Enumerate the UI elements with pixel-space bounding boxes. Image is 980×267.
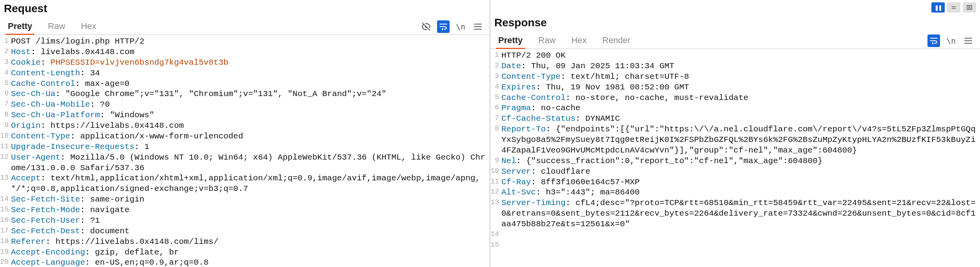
- code-line[interactable]: User-Agent: Mozilla/5.0 (Windows NT 10.0…: [11, 153, 490, 174]
- line-number: 20: [0, 258, 11, 267]
- line-number: 8: [0, 110, 11, 121]
- code-line[interactable]: Content-Length: 34: [11, 68, 490, 79]
- code-line[interactable]: Content-Type: application/x-www-form-url…: [11, 131, 490, 142]
- line-number: 11: [490, 177, 501, 188]
- code-line[interactable]: Report-To: {"endpoints":[{"url":"https:\…: [501, 124, 980, 156]
- code-line[interactable]: [501, 230, 980, 240]
- line-number: 6: [490, 103, 501, 114]
- code-line[interactable]: Sec-Fetch-User: ?1: [11, 216, 490, 226]
- tab-raw[interactable]: Raw: [536, 33, 558, 49]
- pause-button[interactable]: ❚❚: [931, 2, 945, 13]
- line-number: 3: [0, 58, 11, 68]
- code-line[interactable]: POST /lims/login.php HTTP/2: [11, 36, 490, 47]
- response-tab-row: PrettyRawHexRender \n: [490, 33, 980, 49]
- line-number: 13: [490, 198, 501, 230]
- columns-button[interactable]: [963, 2, 976, 13]
- code-line[interactable]: Accept-Language: en-US,en;q=0.9,ar;q=0.8: [11, 258, 490, 267]
- line-number: 18: [0, 237, 11, 247]
- code-line[interactable]: Sec-Fetch-Site: same-origin: [11, 194, 490, 205]
- response-title: Response: [490, 14, 980, 33]
- tab-pretty[interactable]: Pretty: [5, 19, 34, 35]
- line-number: 9: [490, 156, 501, 167]
- line-number: 17: [0, 226, 11, 237]
- code-line[interactable]: Cf-Cache-Status: DYNAMIC: [501, 114, 980, 124]
- line-number: 4: [490, 82, 501, 93]
- svg-rect-0: [967, 5, 969, 10]
- line-number: 1: [0, 36, 11, 47]
- wrap-icon[interactable]: [927, 35, 940, 47]
- newline-icon[interactable]: \n: [454, 20, 467, 33]
- request-tab-row: PrettyRawHex \n: [0, 19, 490, 35]
- code-line[interactable]: Accept: text/html,application/xhtml+xml,…: [11, 173, 490, 194]
- tab-hex[interactable]: Hex: [569, 33, 589, 49]
- request-panel: Request PrettyRawHex \n 1POST /lims/logi…: [0, 0, 490, 267]
- line-number: 3: [490, 72, 501, 82]
- line-number: 9: [0, 121, 11, 131]
- line-number: 15: [0, 205, 11, 216]
- code-line[interactable]: Sec-Ch-Ua-Mobile: ?0: [11, 100, 490, 110]
- newline-icon[interactable]: \n: [945, 35, 957, 47]
- line-number: 19: [0, 247, 11, 258]
- request-title: Request: [0, 0, 490, 19]
- code-line[interactable]: Sec-Fetch-Mode: navigate: [11, 205, 490, 216]
- request-row-icons: \n: [418, 20, 486, 34]
- tab-hex[interactable]: Hex: [78, 19, 98, 35]
- line-number: 14: [0, 194, 11, 205]
- line-number: 15: [490, 240, 501, 251]
- code-line[interactable]: HTTP/2 200 OK: [501, 51, 980, 61]
- line-number: 8: [490, 124, 501, 156]
- wrap-icon[interactable]: [437, 20, 450, 33]
- line-number: 5: [490, 93, 501, 104]
- code-line[interactable]: Cookie: PHPSESSID=vlvjven6bsndg7kg4val5v…: [11, 58, 490, 68]
- line-number: 12: [0, 153, 11, 174]
- code-line[interactable]: Cache-Control: no-store, no-cache, must-…: [501, 93, 980, 104]
- response-tabs: PrettyRawHexRender: [490, 33, 633, 49]
- line-number: 6: [0, 89, 11, 100]
- response-panel: ❚❚ Response PrettyRawHexRender \n 1HTTP/…: [490, 0, 980, 267]
- line-number: 10: [490, 167, 501, 177]
- line-number: 4: [0, 68, 11, 79]
- svg-rect-1: [970, 5, 972, 10]
- code-line[interactable]: Cf-Ray: 8ff3f1060e164c57-MXP: [501, 177, 980, 188]
- code-line[interactable]: Referer: https://livelabs.0x4148.com/lim…: [11, 237, 490, 247]
- code-line[interactable]: Nel: {"success_fraction":0,"report_to":"…: [501, 156, 980, 167]
- code-line[interactable]: Sec-Ch-Ua: "Google Chrome";v="131", "Chr…: [11, 89, 490, 100]
- line-number: 2: [0, 47, 11, 58]
- tab-pretty[interactable]: Pretty: [496, 33, 525, 49]
- code-line[interactable]: Origin: https://livelabs.0x4148.com: [11, 121, 490, 131]
- request-tabs: PrettyRawHex: [0, 19, 99, 35]
- code-line[interactable]: Upgrade-Insecure-Requests: 1: [11, 142, 490, 153]
- line-number: 14: [490, 230, 501, 240]
- code-line[interactable]: Server: cloudflare: [501, 167, 980, 177]
- tab-render[interactable]: Render: [600, 33, 633, 49]
- code-line[interactable]: Date: Thu, 09 Jan 2025 11:03:34 GMT: [501, 61, 980, 72]
- response-editor[interactable]: 1HTTP/2 200 OK2Date: Thu, 09 Jan 2025 11…: [490, 49, 980, 267]
- line-number: 1: [490, 51, 501, 61]
- tab-raw[interactable]: Raw: [45, 19, 67, 35]
- menu-icon[interactable]: [962, 35, 975, 47]
- top-toolbar: ❚❚: [490, 0, 980, 14]
- code-line[interactable]: Alt-Svc: h3=":443"; ma=86400: [501, 187, 980, 198]
- code-line[interactable]: Server-Timing: cfL4;desc="?proto=TCP&rtt…: [501, 198, 980, 230]
- line-number: 7: [0, 100, 11, 110]
- line-number: 12: [490, 187, 501, 198]
- code-line[interactable]: Pragma: no-cache: [501, 103, 980, 114]
- line-number: 7: [490, 114, 501, 124]
- code-line[interactable]: Sec-Fetch-Dest: document: [11, 226, 490, 237]
- code-line[interactable]: Cache-Control: max-age=0: [11, 79, 490, 89]
- hide-icon[interactable]: [420, 20, 432, 33]
- code-line[interactable]: Sec-Ch-Ua-Platform: "Windows": [11, 110, 490, 121]
- code-line[interactable]: Expires: Thu, 19 Nov 1981 08:52:00 GMT: [501, 82, 980, 93]
- response-row-icons: \n: [926, 34, 976, 48]
- line-number: 13: [0, 173, 11, 194]
- code-line[interactable]: [501, 240, 980, 251]
- line-number: 5: [0, 79, 11, 89]
- code-line[interactable]: Content-Type: text/html; charset=UTF-8: [501, 72, 980, 82]
- request-editor[interactable]: 1POST /lims/login.php HTTP/22Host: livel…: [0, 35, 490, 267]
- code-line[interactable]: Host: livelabs.0x4148.com: [11, 47, 490, 58]
- menu-icon[interactable]: [472, 20, 484, 33]
- line-number: 2: [490, 61, 501, 72]
- code-line[interactable]: Accept-Encoding: gzip, deflate, br: [11, 247, 490, 258]
- equal-button[interactable]: [947, 2, 960, 13]
- line-number: 10: [0, 131, 11, 142]
